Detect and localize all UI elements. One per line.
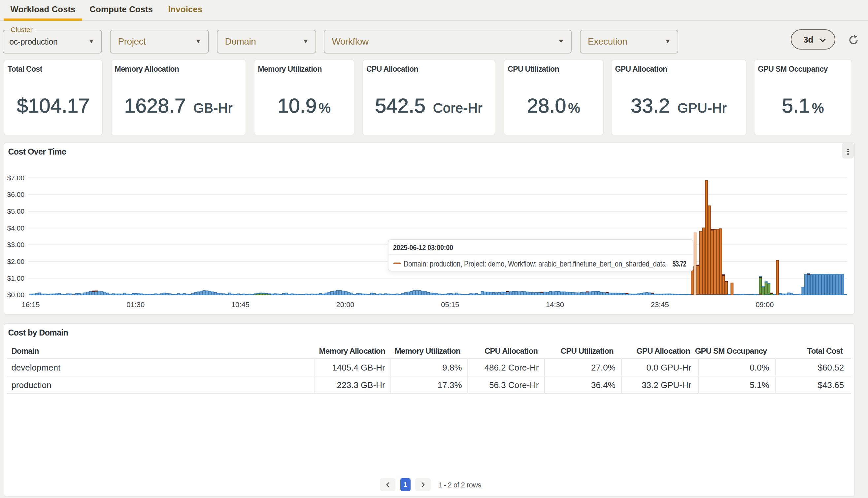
svg-text:$1.00: $1.00 (7, 274, 25, 282)
svg-text:16:15: 16:15 (22, 301, 40, 309)
svg-text:$2.00: $2.00 (7, 258, 25, 265)
svg-text:01:30: 01:30 (126, 301, 145, 309)
svg-text:23:45: 23:45 (651, 301, 669, 309)
svg-text:10:45: 10:45 (231, 301, 249, 309)
svg-text:05:15: 05:15 (441, 301, 459, 309)
svg-text:20:00: 20:00 (336, 301, 354, 309)
svg-text:$0.00: $0.00 (7, 291, 25, 299)
svg-text:$5.00: $5.00 (7, 207, 25, 215)
svg-text:$4.00: $4.00 (7, 224, 25, 232)
svg-text:14:30: 14:30 (546, 301, 564, 309)
svg-text:$6.00: $6.00 (7, 191, 25, 198)
svg-text:09:00: 09:00 (756, 301, 774, 309)
svg-text:$7.00: $7.00 (7, 174, 25, 182)
svg-text:$3.00: $3.00 (7, 241, 25, 248)
